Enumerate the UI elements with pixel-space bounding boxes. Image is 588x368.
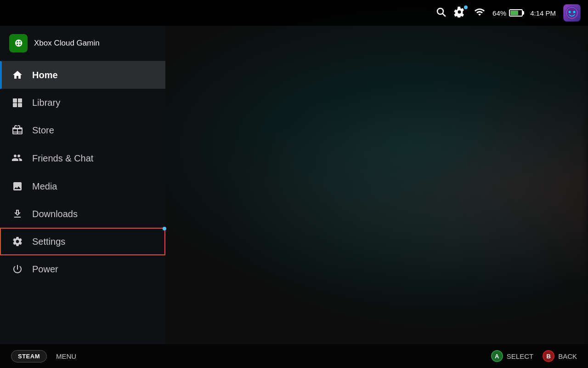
sidebar-item-store-label: Store [32,125,54,136]
back-label: BACK [558,352,577,360]
topbar-settings-icon[interactable] [454,6,467,19]
sidebar-item-library-label: Library [32,98,60,108]
bottombar-right: A SELECT B BACK [491,350,577,362]
settings-update-dot [163,227,166,230]
sidebar-item-media[interactable]: Media [0,172,165,200]
battery-fill [510,11,518,15]
xbox-app-header[interactable]: ⊕ Xbox Cloud Gamin [0,26,165,61]
library-icon [11,97,24,108]
battery-icon [509,9,523,17]
settings-notification-dot [464,6,468,9]
xbox-logo-letter: ⊕ [14,37,23,49]
user-avatar[interactable] [563,4,581,22]
bottombar-left: STEAM MENU [11,350,76,362]
navigation-menu: Home Library Store [0,61,165,344]
sidebar-item-friends-label: Friends & Chat [32,153,93,164]
settings-icon [11,236,24,247]
wifi-icon[interactable] [474,6,485,20]
svg-point-5 [573,11,576,13]
home-icon [11,69,24,80]
sidebar-item-power[interactable]: Power [0,255,165,283]
sidebar-item-downloads[interactable]: Downloads [0,200,165,228]
battery-container: 64% [492,9,523,17]
sidebar-item-home[interactable]: Home [0,61,165,89]
svg-rect-12 [18,103,22,107]
svg-point-2 [565,6,578,19]
sidebar-item-power-label: Power [32,264,58,275]
sidebar: ⊕ Xbox Cloud Gamin Home [0,26,165,344]
sidebar-item-media-label: Media [32,181,57,192]
avatar-face [564,5,580,21]
avatar-image [565,6,579,20]
svg-rect-11 [13,103,17,107]
clock: 4:14 PM [530,9,556,17]
battery-percent: 64% [492,9,506,17]
xbox-app-title: Xbox Cloud Gamin [34,39,100,48]
svg-line-1 [443,13,446,16]
steam-button[interactable]: STEAM [11,350,47,362]
sidebar-item-settings-label: Settings [32,236,65,247]
select-label: SELECT [507,352,533,360]
downloads-icon [11,208,24,219]
svg-rect-10 [18,98,22,103]
sidebar-item-library[interactable]: Library [0,89,165,116]
sidebar-item-home-label: Home [32,70,58,80]
media-icon [11,181,24,192]
topbar-system-icons: 64% 4:14 PM [435,4,581,22]
back-action: B BACK [543,350,577,362]
sidebar-item-friends[interactable]: Friends & Chat [0,144,165,172]
b-button[interactable]: B [543,350,554,362]
sidebar-item-downloads-label: Downloads [32,209,78,219]
xbox-logo: ⊕ [9,34,28,52]
svg-rect-9 [13,98,17,103]
a-button[interactable]: A [491,350,503,362]
power-icon [11,264,24,275]
svg-point-4 [569,11,571,13]
store-icon [11,125,24,136]
select-action: A SELECT [491,350,533,362]
bottombar: STEAM MENU A SELECT B BACK [0,344,588,368]
sidebar-item-store[interactable]: Store [0,116,165,144]
friends-icon [11,152,24,164]
svg-point-13 [163,227,166,230]
topbar: 64% 4:14 PM [0,0,588,26]
search-icon[interactable] [435,6,447,20]
sidebar-item-settings[interactable]: Settings [0,228,165,255]
menu-label: MENU [56,352,76,360]
